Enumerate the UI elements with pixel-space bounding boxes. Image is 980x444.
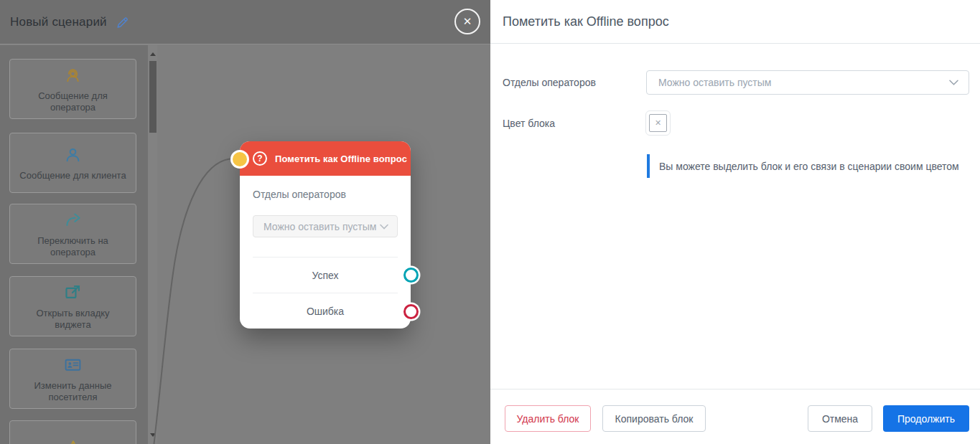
palette-item-switch-operator[interactable]: Переключить на оператора: [9, 204, 136, 264]
block-settings-panel: Пометить как Offline вопрос Отделы опера…: [490, 0, 980, 444]
panel-footer: Удалить блок Копировать блок Отмена Прод…: [490, 389, 980, 444]
error-output-port[interactable]: [403, 304, 419, 319]
cancel-button[interactable]: Отмена: [808, 405, 872, 432]
scenario-title: Новый сценарий: [10, 15, 107, 29]
star-icon: [63, 438, 83, 444]
node-input-port[interactable]: [230, 150, 249, 169]
palette-item-star[interactable]: [9, 420, 136, 444]
node-outputs: Успех Ошибка: [253, 257, 398, 329]
node-select-placeholder: Можно оставить пустым: [263, 221, 376, 232]
palette-item-label: Открыть вкладку виджета: [19, 308, 127, 331]
block-color-swatch[interactable]: ✕: [645, 110, 671, 136]
flow-node-offline-question[interactable]: ? Пометить как Offline вопрос Отделы опе…: [240, 141, 411, 329]
scenario-editor-window: Новый сценарий Сообщение для: [0, 0, 980, 444]
departments-field-label: Отделы операторов: [503, 77, 596, 88]
operator-message-icon: [63, 65, 83, 85]
palette-scrollbar[interactable]: [148, 45, 157, 444]
panel-header: Пометить как Offline вопрос: [490, 0, 980, 44]
palette-item-operator-message[interactable]: Сообщение для оператора: [9, 59, 136, 119]
palette-item-label: Переключить на оператора: [19, 235, 127, 258]
departments-select-placeholder: Можно оставить пустым: [658, 77, 771, 88]
scrollbar-down-arrow[interactable]: [150, 433, 156, 437]
node-body: Отделы операторов Можно оставить пустым …: [240, 189, 411, 329]
palette-item-open-widget-tab[interactable]: Открыть вкладку виджета: [9, 276, 136, 336]
palette-item-label: Сообщение для клиента: [19, 170, 127, 181]
node-output-success: Успех: [253, 257, 398, 293]
node-header[interactable]: ? Пометить как Offline вопрос: [240, 141, 411, 176]
switch-operator-icon: [63, 210, 83, 230]
client-message-icon: [63, 145, 83, 164]
palette-item-client-message[interactable]: Сообщение для клиента: [9, 133, 136, 193]
palette-item-edit-visitor-data[interactable]: Изменить данные посетителя: [9, 349, 136, 409]
chevron-down-icon: [380, 224, 388, 230]
question-icon: ?: [253, 151, 267, 166]
no-color-icon: ✕: [649, 114, 667, 132]
success-output-port[interactable]: [403, 268, 419, 283]
editor-header: Новый сценарий: [0, 0, 490, 44]
close-panel-button[interactable]: ✕: [454, 9, 480, 34]
scrollbar-thumb[interactable]: [149, 61, 157, 133]
palette-item-label: Изменить данные посетителя: [19, 380, 127, 403]
continue-button[interactable]: Продолжить: [883, 405, 969, 432]
scenario-canvas[interactable]: Новый сценарий Сообщение для: [0, 0, 490, 444]
open-widget-tab-icon: [63, 283, 83, 302]
block-palette: Сообщение для оператора Сообщение для кл…: [0, 45, 148, 444]
edit-title-icon[interactable]: [116, 15, 130, 29]
close-icon: ✕: [463, 15, 472, 28]
node-output-error: Ошибка: [253, 293, 398, 329]
node-departments-select[interactable]: Можно оставить пустым: [253, 215, 398, 237]
palette-item-label: Сообщение для оператора: [19, 90, 127, 113]
node-field-label: Отделы операторов: [253, 189, 398, 200]
block-color-field-label: Цвет блока: [503, 118, 555, 129]
chevron-down-icon: [949, 80, 958, 85]
node-title: Пометить как Offline вопрос: [275, 153, 407, 164]
edit-visitor-data-icon: [63, 355, 83, 374]
copy-block-button[interactable]: Копировать блок: [602, 405, 706, 432]
panel-title: Пометить как Offline вопрос: [503, 14, 669, 29]
departments-select[interactable]: Можно оставить пустым: [646, 70, 969, 95]
delete-block-button[interactable]: Удалить блок: [505, 405, 591, 432]
color-hint-note: Вы можете выделить блок и его связи в сц…: [647, 154, 959, 178]
scrollbar-up-arrow[interactable]: [150, 52, 156, 56]
